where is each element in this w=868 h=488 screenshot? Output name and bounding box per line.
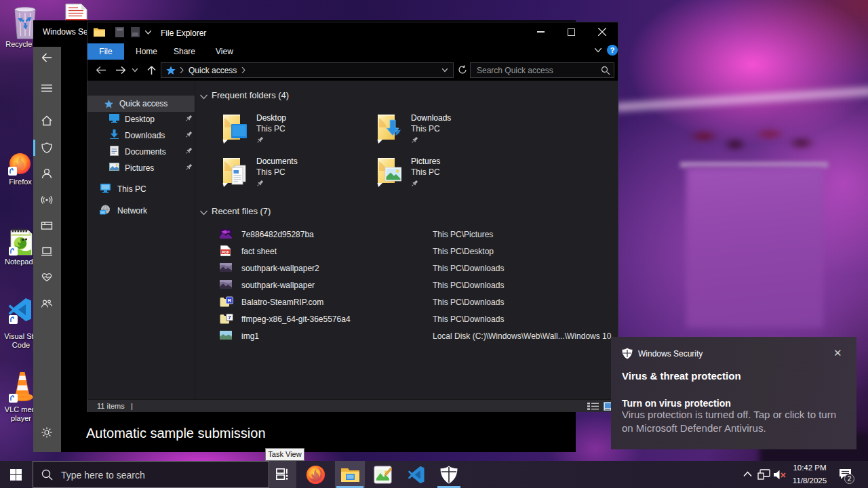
svg-text:R: R	[228, 298, 232, 304]
svg-text:?: ?	[610, 46, 615, 54]
svg-text:7: 7	[228, 314, 231, 321]
svg-text:PDF: PDF	[222, 250, 230, 254]
